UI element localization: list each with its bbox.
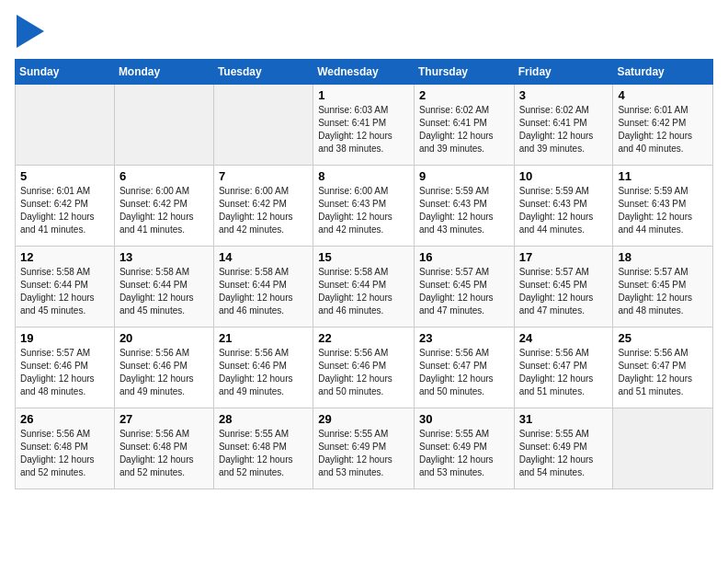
day-number: 1	[318, 88, 409, 102]
day-number: 11	[618, 169, 708, 183]
column-header-friday: Friday	[514, 60, 613, 85]
day-number: 3	[519, 88, 609, 102]
day-info: Sunrise: 5:56 AM Sunset: 6:46 PM Dayligh…	[318, 347, 409, 398]
day-number: 5	[20, 169, 109, 183]
day-info: Sunrise: 5:56 AM Sunset: 6:47 PM Dayligh…	[618, 347, 708, 398]
calendar-cell: 8Sunrise: 6:00 AM Sunset: 6:43 PM Daylig…	[313, 166, 415, 247]
calendar-cell: 7Sunrise: 6:00 AM Sunset: 6:42 PM Daylig…	[213, 166, 313, 247]
day-number: 4	[618, 88, 708, 102]
calendar-cell: 9Sunrise: 5:59 AM Sunset: 6:43 PM Daylig…	[414, 166, 514, 247]
day-info: Sunrise: 5:56 AM Sunset: 6:48 PM Dayligh…	[20, 428, 109, 479]
calendar-cell: 28Sunrise: 5:55 AM Sunset: 6:48 PM Dayli…	[213, 408, 313, 489]
calendar-cell: 6Sunrise: 6:00 AM Sunset: 6:42 PM Daylig…	[114, 166, 213, 247]
column-header-thursday: Thursday	[414, 60, 514, 85]
day-number: 9	[419, 169, 509, 183]
day-info: Sunrise: 5:58 AM Sunset: 6:44 PM Dayligh…	[119, 266, 209, 317]
column-header-tuesday: Tuesday	[213, 60, 313, 85]
calendar-cell: 22Sunrise: 5:56 AM Sunset: 6:46 PM Dayli…	[313, 327, 415, 408]
day-info: Sunrise: 6:03 AM Sunset: 6:41 PM Dayligh…	[318, 104, 409, 155]
calendar-cell: 18Sunrise: 5:57 AM Sunset: 6:45 PM Dayli…	[613, 247, 713, 327]
calendar-cell: 20Sunrise: 5:56 AM Sunset: 6:46 PM Dayli…	[114, 327, 213, 408]
calendar-cell: 26Sunrise: 5:56 AM Sunset: 6:48 PM Dayli…	[16, 408, 115, 489]
calendar-cell: 24Sunrise: 5:56 AM Sunset: 6:47 PM Dayli…	[514, 327, 613, 408]
calendar-cell: 2Sunrise: 6:02 AM Sunset: 6:41 PM Daylig…	[414, 85, 514, 166]
day-number: 17	[519, 250, 609, 264]
svg-marker-0	[17, 15, 44, 48]
day-number: 7	[219, 169, 308, 183]
column-header-sunday: Sunday	[16, 60, 115, 85]
day-number: 6	[119, 169, 209, 183]
week-row-5: 26Sunrise: 5:56 AM Sunset: 6:48 PM Dayli…	[16, 408, 713, 489]
day-info: Sunrise: 5:55 AM Sunset: 6:48 PM Dayligh…	[219, 428, 308, 479]
day-number: 16	[419, 250, 509, 264]
day-info: Sunrise: 5:55 AM Sunset: 6:49 PM Dayligh…	[419, 428, 509, 479]
day-number: 12	[20, 250, 109, 264]
day-info: Sunrise: 5:59 AM Sunset: 6:43 PM Dayligh…	[519, 185, 609, 236]
calendar-cell: 17Sunrise: 5:57 AM Sunset: 6:45 PM Dayli…	[514, 247, 613, 327]
week-row-2: 5Sunrise: 6:01 AM Sunset: 6:42 PM Daylig…	[16, 166, 713, 247]
column-header-saturday: Saturday	[613, 60, 713, 85]
day-info: Sunrise: 6:01 AM Sunset: 6:42 PM Dayligh…	[618, 104, 708, 155]
day-number: 22	[318, 331, 409, 345]
calendar-cell	[613, 408, 713, 489]
day-number: 31	[519, 412, 609, 426]
day-info: Sunrise: 5:59 AM Sunset: 6:43 PM Dayligh…	[618, 185, 708, 236]
day-number: 13	[119, 250, 209, 264]
day-number: 23	[419, 331, 509, 345]
calendar-cell: 27Sunrise: 5:56 AM Sunset: 6:48 PM Dayli…	[114, 408, 213, 489]
calendar-cell: 31Sunrise: 5:55 AM Sunset: 6:49 PM Dayli…	[514, 408, 613, 489]
day-info: Sunrise: 5:58 AM Sunset: 6:44 PM Dayligh…	[318, 266, 409, 317]
calendar-cell: 13Sunrise: 5:58 AM Sunset: 6:44 PM Dayli…	[114, 247, 213, 327]
calendar-cell: 30Sunrise: 5:55 AM Sunset: 6:49 PM Dayli…	[414, 408, 514, 489]
day-info: Sunrise: 5:56 AM Sunset: 6:46 PM Dayligh…	[219, 347, 308, 398]
day-number: 29	[318, 412, 409, 426]
day-info: Sunrise: 6:02 AM Sunset: 6:41 PM Dayligh…	[419, 104, 509, 155]
calendar-cell: 29Sunrise: 5:55 AM Sunset: 6:49 PM Dayli…	[313, 408, 415, 489]
page-header	[15, 15, 713, 48]
day-number: 15	[318, 250, 409, 264]
day-info: Sunrise: 5:57 AM Sunset: 6:45 PM Dayligh…	[419, 266, 509, 317]
day-number: 27	[119, 412, 209, 426]
day-number: 28	[219, 412, 308, 426]
day-info: Sunrise: 6:00 AM Sunset: 6:43 PM Dayligh…	[318, 185, 409, 236]
calendar-cell	[16, 85, 115, 166]
day-number: 30	[419, 412, 509, 426]
week-row-4: 19Sunrise: 5:57 AM Sunset: 6:46 PM Dayli…	[16, 327, 713, 408]
calendar-cell: 12Sunrise: 5:58 AM Sunset: 6:44 PM Dayli…	[16, 247, 115, 327]
calendar-cell: 21Sunrise: 5:56 AM Sunset: 6:46 PM Dayli…	[213, 327, 313, 408]
day-info: Sunrise: 5:56 AM Sunset: 6:47 PM Dayligh…	[419, 347, 509, 398]
day-info: Sunrise: 6:02 AM Sunset: 6:41 PM Dayligh…	[519, 104, 609, 155]
day-info: Sunrise: 5:55 AM Sunset: 6:49 PM Dayligh…	[519, 428, 609, 479]
day-info: Sunrise: 5:58 AM Sunset: 6:44 PM Dayligh…	[219, 266, 308, 317]
calendar-cell: 5Sunrise: 6:01 AM Sunset: 6:42 PM Daylig…	[16, 166, 115, 247]
day-info: Sunrise: 5:55 AM Sunset: 6:49 PM Dayligh…	[318, 428, 409, 479]
calendar-cell: 3Sunrise: 6:02 AM Sunset: 6:41 PM Daylig…	[514, 85, 613, 166]
week-row-1: 1Sunrise: 6:03 AM Sunset: 6:41 PM Daylig…	[16, 85, 713, 166]
column-header-wednesday: Wednesday	[313, 60, 415, 85]
calendar-cell: 25Sunrise: 5:56 AM Sunset: 6:47 PM Dayli…	[613, 327, 713, 408]
calendar-cell: 4Sunrise: 6:01 AM Sunset: 6:42 PM Daylig…	[613, 85, 713, 166]
day-info: Sunrise: 5:56 AM Sunset: 6:47 PM Dayligh…	[519, 347, 609, 398]
day-info: Sunrise: 5:59 AM Sunset: 6:43 PM Dayligh…	[419, 185, 509, 236]
day-number: 24	[519, 331, 609, 345]
calendar-cell	[213, 85, 313, 166]
day-number: 25	[618, 331, 708, 345]
logo	[15, 15, 44, 48]
day-info: Sunrise: 5:56 AM Sunset: 6:46 PM Dayligh…	[119, 347, 209, 398]
day-number: 21	[219, 331, 308, 345]
calendar-cell: 14Sunrise: 5:58 AM Sunset: 6:44 PM Dayli…	[213, 247, 313, 327]
calendar-cell	[114, 85, 213, 166]
day-info: Sunrise: 5:57 AM Sunset: 6:46 PM Dayligh…	[20, 347, 109, 398]
calendar-cell: 23Sunrise: 5:56 AM Sunset: 6:47 PM Dayli…	[414, 327, 514, 408]
calendar-cell: 15Sunrise: 5:58 AM Sunset: 6:44 PM Dayli…	[313, 247, 415, 327]
calendar-cell: 19Sunrise: 5:57 AM Sunset: 6:46 PM Dayli…	[16, 327, 115, 408]
logo-icon	[17, 15, 44, 48]
header-row: SundayMondayTuesdayWednesdayThursdayFrid…	[16, 60, 713, 85]
day-info: Sunrise: 5:56 AM Sunset: 6:48 PM Dayligh…	[119, 428, 209, 479]
day-info: Sunrise: 6:01 AM Sunset: 6:42 PM Dayligh…	[20, 185, 109, 236]
day-number: 8	[318, 169, 409, 183]
calendar-cell: 11Sunrise: 5:59 AM Sunset: 6:43 PM Dayli…	[613, 166, 713, 247]
day-info: Sunrise: 5:58 AM Sunset: 6:44 PM Dayligh…	[20, 266, 109, 317]
day-info: Sunrise: 6:00 AM Sunset: 6:42 PM Dayligh…	[219, 185, 308, 236]
day-number: 20	[119, 331, 209, 345]
